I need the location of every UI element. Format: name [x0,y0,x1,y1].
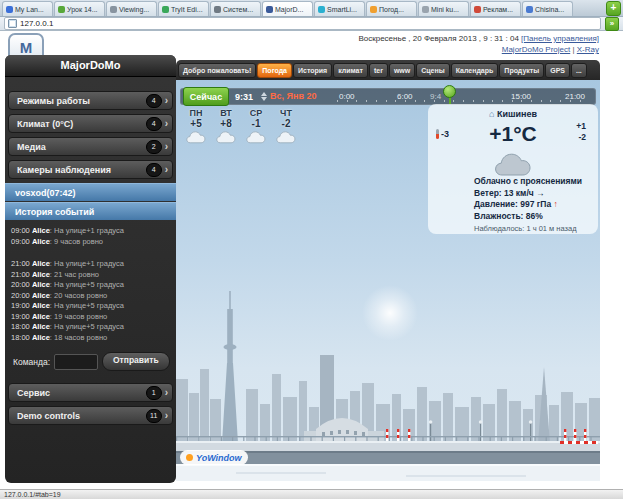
nav-tab-climate[interactable]: климат [333,63,368,78]
tab-favicon-icon [370,6,377,13]
browser-tab[interactable]: Chisina... [522,1,573,16]
tab-favicon-icon [214,6,221,13]
sidebar-item-climate[interactable]: Климат (0°C) 4 › [8,114,173,133]
yowindow-logo[interactable]: YoWindow [180,450,248,465]
current-temperature: +1°C [428,119,598,149]
chevron-right-icon: › [165,410,168,421]
tab-favicon-icon [110,6,117,13]
address-bar: 127.0.0.1 » [0,17,623,31]
new-tab-button[interactable]: + [606,1,621,16]
wind-direction-arrow: → [536,188,545,198]
timeline-tick: 9:4 [430,92,441,101]
condition-cloud-icon [428,151,598,175]
project-link[interactable]: MajorDoMo Project [502,45,570,54]
tab-label: Урок 14... [67,6,98,13]
tab-favicon-icon [526,6,533,13]
cloud-icon [214,130,238,148]
log-line: 20:00 Alice: На улице+5 градуса [11,280,170,291]
sidebar-item-event-history[interactable]: История событий [5,202,176,220]
status-bar: 127.0.0.1/#tab=19 [0,489,623,499]
command-input[interactable] [54,354,98,370]
current-time: 9:31 [235,92,253,102]
control-panel-link[interactable]: [Панель управления] [521,34,599,43]
cloud-icon [184,130,208,148]
sidebar-item-label: Медиа [17,142,46,152]
nav-tab-welcome[interactable]: Добро пожаловать! [178,63,256,78]
tab-label: Систем... [223,6,253,13]
item-badge: 4 [146,94,162,108]
tab-favicon-icon [266,6,273,13]
nav-tab-www[interactable]: www [389,63,415,78]
nav-tab-products[interactable]: Продукты [499,63,544,78]
sidebar-item-cameras[interactable]: Камеры наблюдения 4 › [8,160,173,179]
thermometer-icon [436,129,439,139]
forecast-strip: ПН +5 ВТ +8 СР -1 ЧТ [184,108,298,148]
forecast-day-column[interactable]: ВТ +8 [214,108,238,148]
sidebar: MajorDoMo Режимы работы 4 › Климат (0°C)… [5,55,176,483]
nav-tab-scenes[interactable]: Сцены [416,63,449,78]
nav-tab-ter[interactable]: ter [369,63,388,78]
event-log: 09:00 Alice: На улице+1 градуса 09:00 Al… [11,226,170,343]
page-icon [8,19,17,28]
tab-label: Chisina... [535,6,564,13]
time-slider-knob[interactable] [443,85,456,98]
date-selector[interactable]: Вс, Янв 20 [261,91,316,101]
city-name: Кишинев [497,109,537,119]
url-text: 127.0.0.1 [20,19,53,28]
conditions-text: Облачно с прояснениями Ветер: 13 км/ч → … [474,176,598,222]
browser-tab[interactable]: Реклам... [470,1,521,16]
sidebar-item-demo-controls[interactable]: Demo controls 11 › [8,406,173,425]
sidebar-item-service[interactable]: Сервис 1 › [8,383,173,402]
log-line: 19:00 Alice: 19 часов ровно [11,312,170,323]
tab-label: My Lan... [15,6,44,13]
browser-tab[interactable]: Mini ku... [418,1,469,16]
forecast-day-column[interactable]: СР -1 [244,108,268,148]
log-line: 19:00 Alice: На улице+5 градуса [11,301,170,312]
tab-label: SmartLi... [327,6,357,13]
chevron-right-icon: › [165,118,168,129]
nav-tab-gps[interactable]: GPS [545,63,570,78]
browser-tab[interactable]: My Lan... [2,1,53,16]
xray-link[interactable]: X-Ray [577,45,599,54]
condition-line: Облачно с прояснениями [474,176,598,188]
forecast-day-column[interactable]: ПН +5 [184,108,208,148]
browser-tab-active[interactable]: MajorD... [262,1,313,16]
tab-favicon-icon [474,6,481,13]
now-button[interactable]: Сейчас [183,87,229,106]
browser-tab[interactable]: Viewing... [106,1,157,16]
timeline-tick: 21:00 [565,92,585,101]
tab-favicon-icon [6,6,13,13]
sidebar-item-media[interactable]: Медиа 2 › [8,137,173,156]
forecast-day-column[interactable]: ЧТ -2 [274,108,298,148]
sidebar-item-modes[interactable]: Режимы работы 4 › [8,91,173,110]
log-line: 18:00 Alice: 18 часов ровно [11,333,170,344]
nav-tab-calendar[interactable]: Календарь [451,63,499,78]
browser-tab[interactable]: SmartLi... [314,1,365,16]
day-high-low: +1 -2 [576,121,586,143]
sidebar-title: MajorDoMo [5,55,176,77]
nav-tab-weather[interactable]: Погода [257,63,292,78]
command-label: Команда: [13,357,50,367]
log-line: 09:00 Alice: На улице+1 градуса [11,226,170,237]
temperature-row: -3 +1°C +1 -2 [428,119,598,151]
log-line: 09:00 Alice: 9 часов ровно [11,237,170,248]
browser-tab[interactable]: TryIt Edi... [158,1,209,16]
day-high: +1 [576,121,586,132]
go-button[interactable]: » [605,17,619,31]
url-field[interactable]: 127.0.0.1 [4,17,601,30]
nav-tab-more[interactable]: ... [571,63,587,78]
send-command-button[interactable]: Отправить [102,352,170,371]
browser-tab[interactable]: Урок 14... [54,1,105,16]
sidebar-item-label: Режимы работы [17,96,90,106]
sidebar-item-label: Камеры наблюдения [17,165,111,175]
tab-favicon-icon [58,6,65,13]
time-slider-track[interactable]: Сейчас 9:31 Вс, Янв 20 0:00 6:00 9:4 15:… [180,88,596,105]
observed-line: Наблюдалось: 1 ч 01 м назад [474,224,598,233]
nav-tab-history[interactable]: История [293,63,332,78]
browser-tab[interactable]: Систем... [210,1,261,16]
day-low: -2 [576,132,586,143]
sidebar-item-vosxod[interactable]: vosxod(07:42) [5,183,176,201]
home-icon: ⌂ [489,109,494,119]
log-line: 21:00 Alice: На улице+1 градуса [11,259,170,270]
browser-tab[interactable]: Погод... [366,1,417,16]
